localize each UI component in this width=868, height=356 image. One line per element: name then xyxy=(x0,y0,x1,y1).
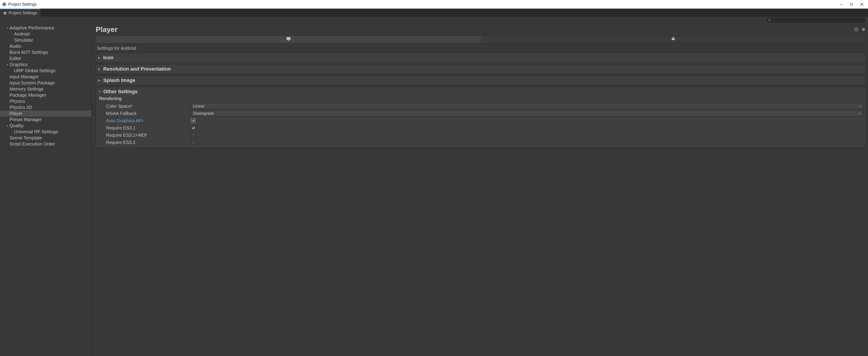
foldout-label: Other Settings xyxy=(103,89,138,95)
search-icon xyxy=(768,19,771,22)
sidebar-item-physics-2d[interactable]: Physics 2D xyxy=(0,104,92,110)
chevron-right-icon: ▶ xyxy=(98,67,101,71)
sidebar-item-urp-global-settings[interactable]: URP Global Settings xyxy=(0,68,92,74)
window-maximize-button[interactable] xyxy=(846,0,857,9)
window-titlebar: Project Settings xyxy=(0,0,868,9)
sidebar-item-memory-settings[interactable]: Memory Settings xyxy=(0,86,92,92)
svg-point-6 xyxy=(769,19,770,21)
main-panel: Player ? Settings for Android xyxy=(92,24,868,356)
rendering-heading: Rendering xyxy=(99,96,863,101)
monitor-icon xyxy=(286,36,291,42)
sidebar-item-universal-rp-settings[interactable]: Universal RP Settings xyxy=(0,129,92,135)
property-label: MSAA Fallback xyxy=(98,111,191,116)
chevron-down-icon: ▼ xyxy=(859,112,861,115)
sidebar-item-label: URP Global Settings xyxy=(14,68,56,73)
chevron-right-icon: ▶ xyxy=(98,56,101,59)
foldout-splash-image[interactable]: ▶ Splash Image xyxy=(96,75,866,85)
property-label: Color Space* xyxy=(98,104,191,109)
preset-icon[interactable] xyxy=(861,27,866,32)
sidebar-item-audio[interactable]: Audio xyxy=(0,43,92,49)
chevron-down-icon: ▼ xyxy=(859,105,861,107)
require-es31-checkbox[interactable] xyxy=(191,126,196,130)
property-label: Require ES3.1+AEP xyxy=(98,133,191,138)
sidebar-item-player[interactable]: Player xyxy=(0,110,92,117)
sidebar-item-label: Burst AOT Settings xyxy=(9,50,48,55)
msaa-fallback-dropdown[interactable]: Downgrade ▼ xyxy=(191,110,863,117)
sidebar-item-label: Physics xyxy=(9,99,25,104)
sidebar-item-package-manager[interactable]: Package Manager xyxy=(0,92,92,98)
sidebar-item-label: Audio xyxy=(9,44,21,49)
sidebar-item-label: Graphics xyxy=(9,62,28,67)
chevron-right-icon: ▶ xyxy=(98,79,101,82)
property-label: Auto Graphics API xyxy=(98,118,191,123)
svg-marker-1 xyxy=(3,3,5,5)
auto-graphics-api-checkbox[interactable] xyxy=(191,118,196,123)
platform-tabs xyxy=(96,35,866,43)
section-label: Settings for Android xyxy=(97,46,866,51)
sidebar-item-label: Memory Settings xyxy=(9,87,43,92)
window-minimize-button[interactable] xyxy=(836,0,846,9)
foldout-label: Splash Image xyxy=(103,77,135,83)
sidebar-item-android[interactable]: Android xyxy=(0,31,92,37)
svg-rect-3 xyxy=(850,3,852,5)
sidebar-item-simulator[interactable]: Simulator xyxy=(0,37,92,43)
gear-icon xyxy=(3,11,7,15)
sidebar-item-quality[interactable]: ▼Quality xyxy=(0,123,92,129)
dropdown-value: Downgrade xyxy=(193,111,214,116)
foldout-header[interactable]: ▼ Other Settings xyxy=(98,89,863,95)
svg-point-15 xyxy=(863,30,864,31)
color-space-dropdown[interactable]: Linear ▼ xyxy=(191,103,863,109)
sidebar-item-label: Package Manager xyxy=(9,93,46,98)
svg-text:?: ? xyxy=(856,28,857,31)
unity-icon xyxy=(2,2,7,7)
tab-project-settings[interactable]: Project Settings xyxy=(0,9,40,17)
window-close-button[interactable] xyxy=(857,0,867,9)
svg-line-7 xyxy=(770,21,771,22)
property-require-es32: Require ES3.2 xyxy=(98,139,863,146)
require-es31aep-checkbox[interactable] xyxy=(191,133,196,137)
main-header: Player ? xyxy=(96,25,866,34)
platform-tab-standalone[interactable] xyxy=(96,35,481,43)
search-input[interactable] xyxy=(773,19,864,22)
sidebar-item-preset-manager[interactable]: Preset Manager xyxy=(0,117,92,123)
platform-tab-android[interactable] xyxy=(481,35,866,43)
toolbar xyxy=(0,17,868,24)
sidebar-item-adaptive-performance[interactable]: ▼Adaptive Performance xyxy=(0,25,92,31)
sidebar: ▼Adaptive PerformanceAndroidSimulatorAud… xyxy=(0,24,92,356)
sidebar-item-editor[interactable]: Editor xyxy=(0,56,92,62)
sidebar-item-scene-template[interactable]: Scene Template xyxy=(0,135,92,141)
sidebar-item-label: Adaptive Performance xyxy=(9,25,54,31)
require-es32-checkbox[interactable] xyxy=(191,140,196,144)
sidebar-item-graphics[interactable]: ▼Graphics xyxy=(0,62,92,68)
sidebar-item-label: Preset Manager xyxy=(9,117,42,122)
foldout-label: Resolution and Presentation xyxy=(103,66,171,72)
sidebar-item-input-manager[interactable]: Input Manager xyxy=(0,74,92,80)
svg-point-13 xyxy=(863,28,863,29)
property-require-es31: Require ES3.1 xyxy=(98,124,863,131)
chevron-down-icon: ▼ xyxy=(6,27,9,30)
property-msaa-fallback: MSAA Fallback Downgrade ▼ xyxy=(98,110,863,117)
window-title: Project Settings xyxy=(8,2,37,7)
sidebar-item-burst-aot-settings[interactable]: Burst AOT Settings xyxy=(0,49,92,56)
body: ▼Adaptive PerformanceAndroidSimulatorAud… xyxy=(0,24,868,356)
tab-label: Project Settings xyxy=(9,11,37,15)
sidebar-item-script-execution-order[interactable]: Script Execution Order xyxy=(0,141,92,147)
android-icon xyxy=(671,37,676,42)
svg-line-19 xyxy=(672,37,673,38)
sidebar-item-input-system-package[interactable]: Input System Package xyxy=(0,80,92,86)
sidebar-item-label: Input System Package xyxy=(9,80,55,86)
property-color-space: Color Space* Linear ▼ xyxy=(98,102,863,110)
help-icon[interactable]: ? xyxy=(854,27,859,32)
chevron-down-icon: ▼ xyxy=(98,90,101,93)
sidebar-item-label: Editor xyxy=(9,56,21,61)
foldout-resolution-presentation[interactable]: ▶ Resolution and Presentation xyxy=(96,64,866,74)
search-field-wrap[interactable] xyxy=(766,18,866,23)
property-label: Require ES3.1 xyxy=(98,125,191,131)
foldout-icon[interactable]: ▶ Icon xyxy=(96,53,866,63)
svg-point-14 xyxy=(864,29,865,30)
sidebar-item-label: Android xyxy=(14,31,30,37)
sidebar-item-label: Physics 2D xyxy=(9,105,32,110)
sidebar-item-label: Scene Template xyxy=(9,135,42,140)
sidebar-item-physics[interactable]: Physics xyxy=(0,98,92,104)
foldout-label: Icon xyxy=(103,55,114,61)
